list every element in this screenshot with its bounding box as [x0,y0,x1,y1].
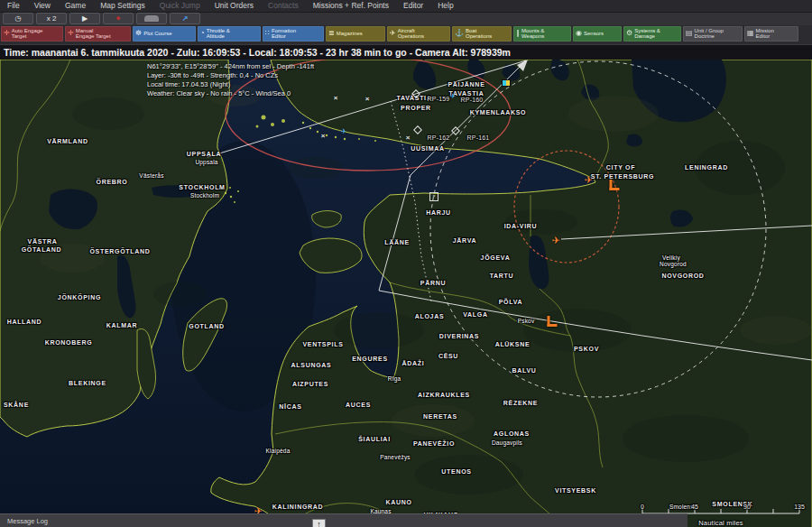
unit-symbol[interactable] [610,180,620,190]
map-label: PSKOV [574,345,599,351]
expand-message-log-button[interactable]: ↑ [312,519,326,527]
ribbon-button-label-line2: Weapons [521,33,544,40]
map-label: DIVERINAS [439,332,479,338]
menu-item[interactable]: Help [430,1,460,10]
unit-symbol[interactable] [503,80,510,86]
menu-item[interactable]: Map Settings [93,1,152,10]
jump-to-button[interactable]: ↗ [170,13,200,24]
ribbon-button[interactable]: ✈ Aircraft Operations [387,26,450,42]
map-label: PROPER [401,104,431,110]
map-label: Stockholm [190,191,219,198]
ribbon-button[interactable]: ⚓ Boat Operations [452,26,512,42]
map-label: AIZPUTES [292,380,328,386]
time-compression-clock-button[interactable]: ◷ [3,13,33,24]
menu-item[interactable]: Quick Jump [152,1,208,10]
speed-label: x 2 [47,14,57,23]
map-label: ALSUNGAS [291,361,332,367]
unit-symbol[interactable]: ✈ [341,128,347,135]
time-text: Time: maanantai 6. tammikuuta 2020 - Zul… [4,47,511,58]
map-label: Pskov [518,317,535,323]
map-label: ALŪKSNE [495,340,531,347]
cursor-info-box: N61°29'33", E15°28'59" - 424nm from sel … [147,62,314,98]
waypoint-x-marker[interactable]: × [334,93,338,101]
silhouette-view-button[interactable] [136,13,167,24]
ribbon-button-label-line2: Doctrine [695,33,724,40]
ribbon-button[interactable]: ▦ Mission Editor [744,26,798,42]
menu-item[interactable]: File [0,1,27,10]
ribbon-button-label-line2: Editor [756,33,774,40]
map-label: ST. PETERSBURG [591,172,654,179]
menu-item[interactable]: Contacts [261,1,306,10]
map-label: AIZKRAUKLES [418,391,470,397]
unit-symbol[interactable]: ✈ [551,235,559,245]
ribbon-button-icon: ◔ [200,30,205,37]
ribbon-button[interactable]: ≣ Magazines [326,26,385,42]
waypoint-x-marker[interactable]: × [321,131,326,139]
ribbon-button[interactable]: ∥ Mounts & Weapons [513,26,571,42]
map-label: Västerås [139,171,163,178]
map-label: LENINGRAD [685,163,728,170]
map-label: KYMENLAAKSO [470,108,527,115]
map-label: SKÅNE [4,401,29,407]
ribbon-button[interactable]: ▤ Unit / Group Doctrine [683,26,743,42]
menu-item[interactable]: Unit Orders [208,1,261,10]
map-label: CĒSU [438,352,458,358]
ribbon-button[interactable]: ∷ Formation Editor [263,26,324,42]
scale-tick-label: 45 [691,503,698,509]
map-label: NOVGOROD [661,272,704,278]
map-label: RP-161 [467,134,490,140]
message-log-bar: Message Log [0,513,687,527]
play-button[interactable]: ▶ [69,13,100,24]
ribbon-button-icon: ▤ [686,30,693,37]
map-label: NERETAS [423,412,457,419]
ribbon-button[interactable]: ☸ Plot Course [133,26,196,42]
map-label: LÄÄNE [384,238,410,245]
unit-symbol[interactable]: ✈ [450,93,457,100]
map-label: IDA-VIRU [504,222,538,228]
time-compression-speed-button[interactable]: x 2 [36,13,67,24]
map-label: VENTSPILS [302,340,343,347]
ribbon-button[interactable]: ✛ Manual Engage Target [65,26,131,42]
waypoint-x-marker[interactable]: × [406,133,411,141]
menu-item[interactable]: View [27,1,58,10]
map-label: PÄRNU [420,279,446,285]
info-line-weather: Weather: Clear sky - No rain - 5°C - Win… [147,89,314,98]
waypoint-x-marker[interactable]: × [365,94,370,102]
unit-symbol[interactable]: ✈ [584,174,592,184]
map-label: NĪCAS [279,402,301,409]
ribbon-button[interactable]: ◉ Sensors [573,26,622,42]
map-label: VÄSTRA [28,237,58,244]
map-label: PÄIJÄNNE [448,80,485,87]
menu-item[interactable]: Missions + Ref. Points [306,1,396,10]
map-viewport[interactable]: N61°29'33", E15°28'59" - 424nm from sel … [0,60,812,527]
map-label: RP-160 [461,96,484,102]
map-label: Uppsala [195,158,217,164]
ribbon-button-label-line2: Target [12,33,43,40]
map-label: Velikiy [662,254,680,260]
map-label: VITSYEBSK [555,486,596,493]
ribbon-button[interactable]: ✛ Auto Engage Target [1,26,63,42]
map-label: KAUNO [385,498,411,504]
map-label: STOCKHOLM [179,183,225,190]
map-label: JÖNKÖPING [58,293,101,300]
map-label: UUSIMAA [411,144,445,151]
menu-item[interactable]: Editor [396,1,430,10]
map-label: PÕLVA [499,298,523,304]
ribbon-button-icon: ⚓ [455,30,464,37]
map-label: KALININGRAD [272,503,324,509]
record-button[interactable]: ● [103,13,134,24]
ribbon-button-label-line2: Operations [466,33,492,40]
ribbon-button-label-line2: Altitude [207,33,230,40]
ribbon-button[interactable]: ◔ Throttle & Altitude [198,26,261,42]
ribbon-button[interactable]: ⚙ Systems & Damage [623,26,681,42]
ribbon-button-label-line1: Sensors [584,31,604,37]
menu-item[interactable]: Game [58,1,93,10]
time-bar: Time: maanantai 6. tammikuuta 2020 - Zul… [0,44,812,60]
map-label: Panevėžys [380,453,411,459]
ribbon-button-label-line2: Operations [398,33,424,40]
unit-symbol[interactable]: × [429,192,438,201]
ribbon-button-icon: ≣ [328,30,335,37]
unit-symbol[interactable] [548,316,558,327]
message-log-label[interactable]: Message Log [0,517,48,525]
map-label: AUCES [346,401,371,407]
